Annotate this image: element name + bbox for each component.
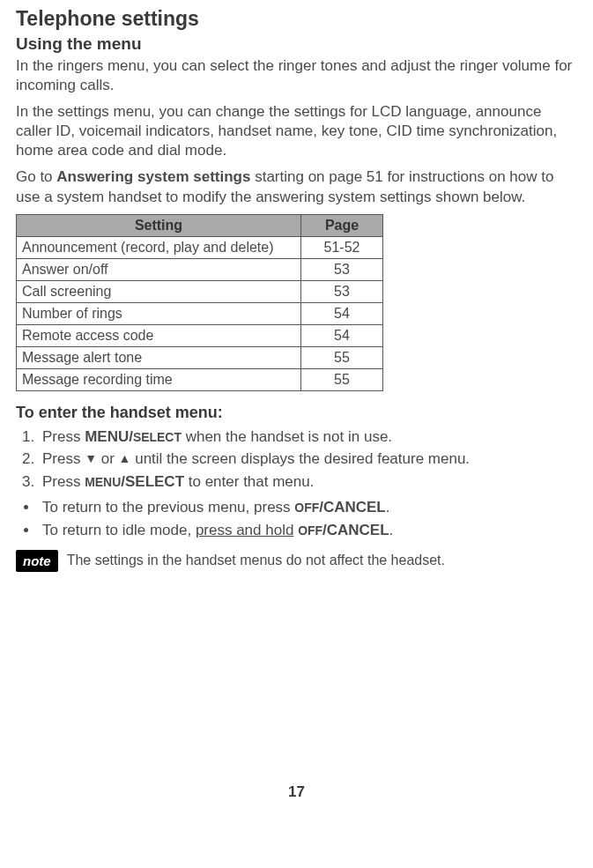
- step-2: Press ▼ or ▲ until the screen displays t…: [39, 448, 577, 471]
- table-cell-page: 53: [301, 258, 383, 280]
- bullet-1-pre: To return to the previous menu, press: [42, 499, 294, 516]
- table-cell-setting: Number of rings: [17, 302, 301, 324]
- key-menu-select: MENU/SELECT: [85, 428, 182, 445]
- table-header-setting: Setting: [17, 214, 301, 236]
- table-cell-page: 53: [301, 280, 383, 302]
- table-row: Announcement (record, play and delete) 5…: [17, 236, 383, 258]
- page-title: Telephone settings: [16, 7, 577, 31]
- paragraph-1: In the ringers menu, you can select the …: [16, 56, 577, 95]
- key-off-cancel: OFF/CANCEL: [294, 499, 385, 516]
- step-3-pre: Press: [42, 473, 85, 490]
- bullet-2-post: .: [389, 522, 394, 538]
- instructions-heading: To enter the handset menu:: [16, 404, 577, 422]
- key-off-cancel-2: OFF/CANCEL: [298, 522, 389, 538]
- table-row: Message alert tone 55: [17, 346, 383, 368]
- table-cell-page: 51-52: [301, 236, 383, 258]
- bullet-1-post: .: [386, 499, 390, 516]
- table-cell-setting: Remote access code: [17, 324, 301, 346]
- table-row: Number of rings 54: [17, 302, 383, 324]
- step-3: Press MENU/SELECT to enter that menu.: [39, 471, 577, 493]
- table-cell-setting: Announcement (record, play and delete): [17, 236, 301, 258]
- table-cell-setting: Call screening: [17, 280, 301, 302]
- table-cell-setting: Message alert tone: [17, 346, 301, 368]
- bullet-2-pre: To return to idle mode,: [42, 522, 196, 538]
- section-subtitle: Using the menu: [16, 34, 577, 54]
- bullets-list: To return to the previous menu, press OF…: [16, 496, 577, 541]
- table-row: Answer on/off 53: [17, 258, 383, 280]
- table-cell-page: 54: [301, 324, 383, 346]
- bullet-1: To return to the previous menu, press OF…: [39, 496, 577, 519]
- paragraph-3-pre: Go to: [16, 168, 56, 185]
- paragraph-2: In the settings menu, you can change the…: [16, 102, 577, 160]
- up-arrow-icon: ▲: [119, 449, 131, 468]
- table-header-page: Page: [301, 214, 383, 236]
- note-block: note The settings in the handset menus d…: [16, 550, 577, 572]
- bullet-2-underline: press and hold: [196, 522, 294, 538]
- note-text: The settings in the handset menus do not…: [67, 550, 445, 568]
- settings-table: Setting Page Announcement (record, play …: [16, 214, 383, 391]
- down-arrow-icon: ▼: [85, 449, 97, 468]
- note-badge: note: [16, 550, 58, 572]
- steps-list: Press MENU/SELECT when the handset is no…: [16, 426, 577, 493]
- bullet-2: To return to idle mode, press and hold O…: [39, 519, 577, 542]
- table-cell-page: 55: [301, 346, 383, 368]
- step-2-post: until the screen displays the desired fe…: [130, 450, 470, 467]
- key-menu-select-2: MENU/SELECT: [85, 473, 184, 490]
- page-number: 17: [16, 783, 577, 801]
- table-row: Remote access code 54: [17, 324, 383, 346]
- table-cell-setting: Message recording time: [17, 368, 301, 390]
- step-1-pre: Press: [42, 428, 85, 445]
- table-cell-page: 55: [301, 368, 383, 390]
- step-1: Press MENU/SELECT when the handset is no…: [39, 426, 577, 449]
- table-row: Call screening 53: [17, 280, 383, 302]
- table-row: Message recording time 55: [17, 368, 383, 390]
- step-2-or: or: [97, 450, 119, 467]
- table-cell-page: 54: [301, 302, 383, 324]
- paragraph-3-bold: Answering system settings: [56, 168, 250, 185]
- step-1-post: when the handset is not in use.: [182, 428, 392, 445]
- table-cell-setting: Answer on/off: [17, 258, 301, 280]
- step-3-post: to enter that menu.: [184, 473, 314, 490]
- paragraph-3: Go to Answering system settings starting…: [16, 167, 577, 206]
- step-2-pre: Press: [42, 450, 85, 467]
